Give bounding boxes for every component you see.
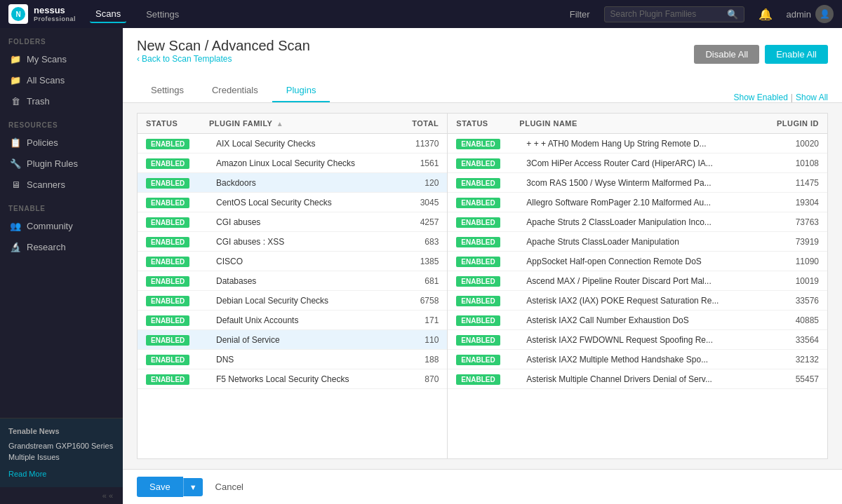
row-status: ENABLED	[456, 334, 519, 345]
row-family: Denial of Service	[209, 335, 389, 345]
right-table: STATUS PLUGIN NAME PLUGIN ID ENABLED + +…	[448, 114, 827, 458]
row-total: 171	[389, 315, 439, 325]
right-table-row[interactable]: ENABLED + + + ATH0 Modem Hang Up String …	[448, 134, 827, 154]
svg-text:N: N	[15, 11, 20, 18]
row-family: AIX Local Security Checks	[209, 139, 389, 149]
row-family: CentOS Local Security Checks	[209, 198, 389, 207]
save-dropdown-button[interactable]: ▼	[183, 478, 203, 496]
sidebar-item-plugin-rules[interactable]: 🔧 Plugin Rules	[0, 153, 123, 174]
scanner-icon: 🖥	[10, 179, 21, 190]
left-table-row[interactable]: ENABLED CGI abuses : XSS 683	[138, 232, 447, 252]
collapse-button[interactable]: « «	[0, 487, 123, 504]
right-table-row[interactable]: ENABLED Apache Struts 2 ClassLoader Mani…	[448, 212, 827, 232]
row-family: Default Unix Accounts	[209, 315, 389, 325]
read-more-link[interactable]: Read More	[8, 470, 46, 478]
row-total: 870	[389, 374, 439, 384]
right-table-header: STATUS PLUGIN NAME PLUGIN ID	[448, 114, 827, 134]
sidebar-item-research[interactable]: 🔬 Research	[0, 236, 123, 257]
tab-credentials[interactable]: Credentials	[198, 79, 272, 102]
left-table-row[interactable]: ENABLED Backdoors 120	[138, 173, 447, 193]
cancel-button[interactable]: Cancel	[203, 477, 256, 497]
left-table-row[interactable]: ENABLED CISCO 1385	[138, 252, 447, 271]
row-status: ENABLED	[146, 217, 209, 227]
row-status: ENABLED	[146, 177, 209, 188]
left-table-row[interactable]: ENABLED AIX Local Security Checks 11370	[138, 134, 447, 154]
left-table-row[interactable]: ENABLED Amazon Linux Local Security Chec…	[138, 154, 447, 173]
col-status-header: STATUS	[146, 119, 209, 128]
enabled-badge: ENABLED	[456, 237, 500, 247]
right-table-row[interactable]: ENABLED Asterisk IAX2 (IAX) POKE Request…	[448, 291, 827, 311]
left-table-row[interactable]: ENABLED Debian Local Security Checks 675…	[138, 291, 447, 311]
news-title: Tenable News	[8, 427, 114, 435]
row-plugin-id: 33576	[763, 296, 819, 306]
row-family: CISCO	[209, 257, 389, 266]
left-table-row[interactable]: ENABLED F5 Networks Local Security Check…	[138, 369, 447, 389]
row-status: ENABLED	[146, 315, 209, 325]
row-total: 6758	[389, 296, 439, 306]
enabled-badge: ENABLED	[146, 158, 189, 169]
right-table-row[interactable]: ENABLED Allegro Software RomPager 2.10 M…	[448, 193, 827, 212]
left-table-row[interactable]: ENABLED Databases 681	[138, 271, 447, 291]
sidebar-item-community[interactable]: 👥 Community	[0, 215, 123, 236]
sidebar-item-policies[interactable]: 📋 Policies	[0, 132, 123, 153]
show-enabled-link[interactable]: Show Enabled	[733, 93, 787, 102]
row-status: ENABLED	[456, 275, 519, 286]
right-table-row[interactable]: ENABLED Ascend MAX / Pipeline Router Dis…	[448, 271, 827, 291]
left-table-header: STATUS PLUGIN FAMILY ▲ TOTAL	[138, 114, 447, 134]
row-family: Amazon Linux Local Security Checks	[209, 158, 389, 168]
left-table-row[interactable]: ENABLED Default Unix Accounts 171	[138, 311, 447, 330]
sidebar-item-scanners[interactable]: 🖥 Scanners	[0, 174, 123, 195]
right-table-row[interactable]: ENABLED 3com RAS 1500 / Wyse Winterm Mal…	[448, 173, 827, 193]
left-table-row[interactable]: ENABLED CGI abuses 4257	[138, 212, 447, 232]
row-status: ENABLED	[456, 217, 519, 227]
policy-icon: 📋	[10, 137, 21, 148]
enabled-badge: ENABLED	[146, 198, 189, 208]
search-input[interactable]	[610, 9, 723, 19]
right-table-row[interactable]: ENABLED Asterisk IAX2 Call Number Exhaus…	[448, 311, 827, 330]
sidebar-item-all-scans[interactable]: 📁 All Scans	[0, 69, 123, 90]
logo-icon: N	[8, 4, 28, 24]
right-table-row[interactable]: ENABLED Asterisk Multiple Channel Driver…	[448, 369, 827, 389]
row-family: CGI abuses : XSS	[209, 237, 389, 247]
back-link[interactable]: ‹ Back to Scan Templates	[137, 54, 310, 64]
row-status: ENABLED	[456, 295, 519, 306]
sidebar-label-my-scans: My Scans	[27, 54, 67, 64]
enable-all-button[interactable]: Enable All	[765, 45, 828, 64]
enabled-badge: ENABLED	[456, 355, 500, 365]
save-button[interactable]: Save	[137, 477, 183, 497]
row-family: Backdoors	[209, 178, 389, 188]
row-status: ENABLED	[146, 236, 209, 247]
right-table-row[interactable]: ENABLED Asterisk IAX2 Multiple Method Ha…	[448, 350, 827, 369]
sidebar-item-trash[interactable]: 🗑 Trash	[0, 90, 123, 111]
show-all-link[interactable]: Show All	[796, 93, 828, 102]
left-table-row[interactable]: ENABLED CentOS Local Security Checks 304…	[138, 193, 447, 212]
row-total: 1385	[389, 257, 439, 266]
tab-settings[interactable]: Settings	[137, 79, 198, 102]
row-total: 110	[389, 335, 439, 345]
notification-bell[interactable]: 🔔	[759, 8, 773, 21]
sidebar-item-my-scans[interactable]: 📁 My Scans	[0, 48, 123, 69]
nav-scans[interactable]: Scans	[90, 6, 126, 23]
col-family-header: PLUGIN FAMILY ▲	[209, 119, 389, 128]
enabled-badge: ENABLED	[146, 217, 189, 228]
right-table-row[interactable]: ENABLED AppSocket Half-open Connection R…	[448, 252, 827, 271]
enabled-badge: ENABLED	[456, 335, 500, 346]
right-table-row[interactable]: ENABLED Asterisk IAX2 FWDOWNL Request Sp…	[448, 330, 827, 350]
user-menu[interactable]: admin 👤	[787, 5, 834, 23]
right-table-row[interactable]: ENABLED 3Com HiPer Access Router Card (H…	[448, 154, 827, 173]
filter-button[interactable]: Filter	[570, 9, 590, 20]
tab-plugins[interactable]: Plugins	[272, 79, 330, 102]
left-table-row[interactable]: ENABLED Denial of Service 110	[138, 330, 447, 350]
disable-all-button[interactable]: Disable All	[694, 45, 759, 64]
left-table-row[interactable]: ENABLED DNS 188	[138, 350, 447, 369]
header-actions: Disable All Enable All	[694, 45, 828, 64]
right-table-row[interactable]: ENABLED Apache Struts ClassLoader Manipu…	[448, 232, 827, 252]
nav-settings[interactable]: Settings	[140, 6, 185, 22]
row-plugin-id: 10019	[763, 276, 819, 286]
tenable-label: TENABLE	[0, 195, 123, 215]
row-total: 1561	[389, 158, 439, 168]
enabled-badge: ENABLED	[146, 315, 189, 326]
plugin-tables: STATUS PLUGIN FAMILY ▲ TOTAL ENABLED AIX…	[137, 113, 828, 459]
enabled-badge: ENABLED	[146, 257, 189, 267]
row-status: ENABLED	[146, 275, 209, 286]
